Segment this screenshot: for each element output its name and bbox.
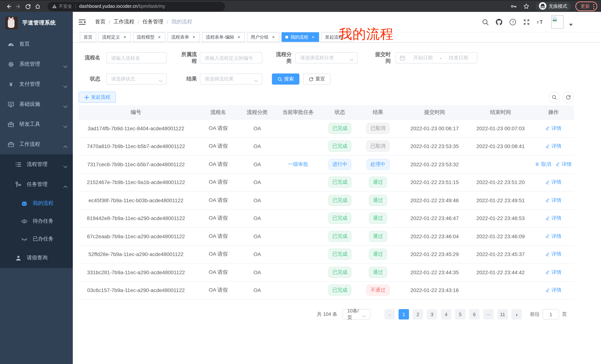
detail-action-link[interactable]: 详情 <box>545 143 561 150</box>
tab-close-icon[interactable]: × <box>123 35 127 40</box>
sidebar-item-process-management[interactable]: 流程管理 <box>0 154 73 174</box>
cancel-action-link[interactable]: 取消 <box>535 161 551 168</box>
pen-icon <box>545 252 550 257</box>
end-date-placeholder[interactable]: 结束日期 <box>444 55 473 61</box>
page-button-11[interactable]: 11 <box>497 309 508 319</box>
tab-close-icon[interactable]: × <box>157 35 161 40</box>
detail-action-link[interactable]: 详情 <box>545 233 561 239</box>
cell-process-name: OA 请假 <box>193 269 243 276</box>
start-process-button[interactable]: 发起流程 <box>79 92 116 103</box>
page-button-3[interactable]: 3 <box>427 309 437 319</box>
detail-action-link[interactable]: 详情 <box>556 161 572 168</box>
detail-action-link[interactable]: 详情 <box>545 197 561 203</box>
sidebar-item-task-management[interactable]: 任务管理 <box>0 174 73 194</box>
process-name-input[interactable] <box>106 52 167 63</box>
github-icon[interactable] <box>495 18 503 26</box>
result-select[interactable]: 请选择流结果 <box>200 74 262 85</box>
process-category-placeholder: 请选择流程分类 <box>300 55 350 61</box>
sidebar-item-dev-tools[interactable]: 研发工具 <box>0 114 73 134</box>
sidebar-item-workflow[interactable]: 工作流程 <box>0 134 73 154</box>
reload-icon[interactable] <box>23 1 33 11</box>
cancel-action-label: 取消 <box>541 161 551 168</box>
more-pages-button[interactable]: ··· <box>483 309 494 319</box>
detail-action-label: 详情 <box>551 125 561 132</box>
breadcrumb-item[interactable]: 任务管理 <box>143 19 163 25</box>
page-size-select[interactable]: 10条/页 <box>342 309 370 319</box>
tab-process-model[interactable]: 流程模型× <box>133 32 165 42</box>
reset-button[interactable]: 重置 <box>303 74 331 85</box>
tab-home[interactable]: 首页 <box>80 32 96 42</box>
sidebar-item-todo-tasks[interactable]: 待办任务 <box>0 212 73 230</box>
sidebar-item-payment[interactable]: ¥支付管理 <box>0 74 73 94</box>
tab-close-icon[interactable]: × <box>192 35 196 40</box>
detail-action-link[interactable]: 详情 <box>545 287 561 294</box>
toggle-search-button[interactable] <box>549 92 560 103</box>
home-icon[interactable] <box>33 1 42 11</box>
tab-close-icon[interactable]: × <box>237 35 241 40</box>
detail-action-link[interactable]: 详情 <box>545 125 561 132</box>
update-button[interactable]: 更新 <box>575 1 597 11</box>
page-button-4[interactable]: 4 <box>441 309 451 319</box>
tab-my-process[interactable]: 我的流程× <box>281 32 319 42</box>
detail-action-link[interactable]: 详情 <box>545 251 561 258</box>
sidebar-item-done-tasks[interactable]: 已办任务 <box>0 230 73 248</box>
search-button[interactable]: 搜索 <box>272 74 299 85</box>
help-icon[interactable]: ? <box>509 18 517 26</box>
search-icon[interactable] <box>481 18 489 26</box>
cell-end-time: 2022-01-22 23:46:09 <box>468 233 533 239</box>
tab-user-group[interactable]: 用户分组× <box>247 32 279 42</box>
detail-action-link[interactable]: 详情 <box>545 179 561 185</box>
sidebar-item-home[interactable]: 首页 <box>0 34 73 54</box>
current-task-link[interactable]: 一级审批 <box>288 161 308 168</box>
sidebar-collapse-icon[interactable] <box>77 17 87 27</box>
cell-category: OA <box>243 215 271 221</box>
detail-action-link[interactable]: 详情 <box>545 269 561 276</box>
process-definition-input[interactable] <box>200 52 262 63</box>
browser-menu-icon[interactable] <box>593 4 594 9</box>
sidebar-item-leave-query[interactable]: 请假查询 <box>0 248 73 268</box>
sidebar-item-system[interactable]: 系统管理 <box>0 54 73 74</box>
page-button-2[interactable]: 2 <box>413 309 423 319</box>
detail-action-link[interactable]: 详情 <box>545 215 561 221</box>
back-icon[interactable] <box>4 1 13 11</box>
cell-actions: 详情 <box>533 251 574 258</box>
sidebar-item-label: 请假查询 <box>27 255 48 261</box>
breadcrumb-item[interactable]: 首页 <box>95 19 105 25</box>
breadcrumb-item[interactable]: 工作流程 <box>114 19 134 25</box>
chevron-down-icon[interactable] <box>569 21 573 23</box>
prev-page-button[interactable]: ‹ <box>384 309 395 319</box>
fullscreen-icon[interactable] <box>522 18 531 26</box>
sidebar-item-infrastructure[interactable]: 基础设施 <box>0 94 73 114</box>
url-bar[interactable]: 不安全 | dashboard.yudao.iocoder.cn/bpm/tas… <box>48 2 225 11</box>
key-icon[interactable] <box>509 1 519 11</box>
tab-process-form-edit[interactable]: 流程表单-编辑× <box>202 32 245 42</box>
yen-icon: ¥ <box>7 81 14 87</box>
submit-time-range[interactable]: 开始日期 - 结束日期 <box>396 52 477 63</box>
status-select[interactable]: 请选择状态 <box>106 74 167 85</box>
update-label[interactable]: 更新 <box>581 3 590 10</box>
next-page-button[interactable]: › <box>511 309 522 319</box>
forward-icon[interactable] <box>13 1 23 11</box>
bookmark-star-icon[interactable] <box>521 1 531 11</box>
start-date-placeholder[interactable]: 开始日期 <box>408 55 438 61</box>
status-badge: 已完成 <box>328 195 351 206</box>
avatar[interactable] <box>551 15 563 29</box>
font-size-icon[interactable]: TT <box>536 18 544 26</box>
table-header-row: 编号流程名流程分类当前审批任务状态结果提交时间结束时间操作 <box>79 105 574 119</box>
process-category-select[interactable]: 请选择流程分类 <box>295 52 358 63</box>
page-button-1[interactable]: 1 <box>399 309 409 319</box>
security-label[interactable]: 不安全 <box>59 3 72 10</box>
tab-close-icon[interactable]: × <box>311 35 315 40</box>
sidebar-item-label: 系统管理 <box>19 61 40 67</box>
tab-process-definition[interactable]: 流程定义× <box>99 32 131 42</box>
tab-process-form[interactable]: 流程表单× <box>168 32 200 42</box>
page-button-5[interactable]: 5 <box>455 309 465 319</box>
tab-close-icon[interactable]: × <box>271 35 276 40</box>
sidebar-item-my-process[interactable]: 我的流程 <box>0 194 73 212</box>
cell-actions: 详情 <box>533 269 574 276</box>
refresh-button[interactable] <box>563 92 574 103</box>
app-logo-row[interactable]: 芋道管理系统 <box>0 12 73 31</box>
goto-page-input[interactable] <box>543 309 559 319</box>
page-button-6[interactable]: 6 <box>469 309 480 319</box>
cell-process-name: OA 请假 <box>193 161 243 168</box>
